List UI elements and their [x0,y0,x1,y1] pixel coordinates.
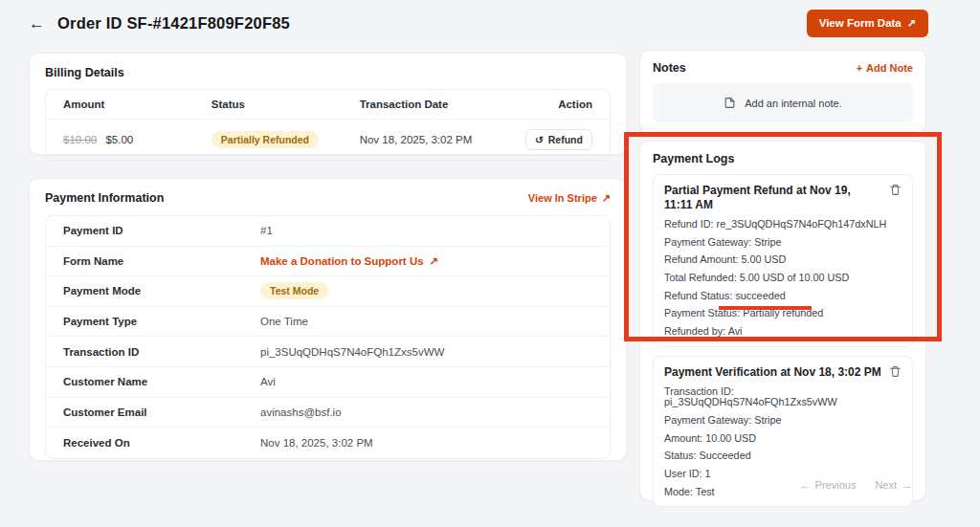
info-label: Received On [63,437,260,449]
info-row-customer-email: Customer Email avinashs@bsf.io [46,398,610,428]
action-cell: ↺ Refund [523,129,592,150]
log-entry-title: Partial Payment Refund at Nov 19, 11:11 … [664,184,881,212]
payment-information-title: Payment Information [45,191,164,205]
external-link-icon: ↗ [430,254,439,268]
arrow-left-icon: ← [800,479,811,491]
notes-title: Notes [653,61,686,75]
test-mode-badge: Test Mode [260,282,328,299]
billing-details-title: Billing Details [45,66,611,79]
previous-label: Previous [815,479,857,491]
status-cell: Partially Refunded [212,131,360,148]
log-line-payment-status: Payment Status: Partially refunded [664,308,902,319]
info-row-form-name: Form Name Make a Donation to Support Us … [46,247,610,277]
payment-information-table: Payment ID #1 Form Name Make a Donation … [45,215,611,459]
info-label: Payment Type [63,316,260,327]
logs-pagination: ← Previous Next → [800,479,912,491]
form-name-label: Make a Donation to Support Us [260,255,424,267]
refund-label: Refund [548,134,583,145]
billing-table-header: Amount Status Transaction Date Action [46,90,610,120]
delete-log-button[interactable] [889,365,902,378]
trash-icon [889,365,902,378]
info-value: Avi [260,376,276,387]
topbar: ← Order ID SF-#1421F809F20F85 View Form … [29,7,928,39]
external-link-icon: ↗ [907,17,916,30]
external-link-icon: ↗ [602,192,611,205]
payment-information-card: Payment Information View In Stripe ↗ Pay… [29,178,627,461]
info-value: Nov 18, 2025, 3:02 PM [260,437,373,449]
log-line: Amount: 10.00 USD [664,433,902,445]
log-line: Refund ID: re_3SUqQDHqS7N4oFQh147dxNLH [664,219,902,231]
add-note-label: Add Note [866,62,913,74]
form-name-link[interactable]: Make a Donation to Support Us ↗ [260,254,438,268]
column-header-amount: Amount [63,99,212,110]
log-entry-title: Payment Verification at Nov 18, 3:02 PM [664,365,881,380]
info-label: Transaction ID [63,346,260,358]
transaction-date-cell: Nov 18, 2025, 3:02 PM [360,134,523,145]
previous-page-button[interactable]: ← Previous [800,479,857,491]
column-header-transaction-date: Transaction Date [360,99,523,110]
next-page-button[interactable]: Next → [875,479,912,491]
amount-original: $10.00 [63,134,97,145]
log-line: Refund Amount: 5.00 USD [664,254,902,266]
amount-cell: $10.00 $5.00 [63,134,212,145]
column-header-status: Status [212,99,360,110]
log-line: Status: Succeeded [664,450,902,462]
info-row-payment-type: Payment Type One Time [46,307,610,338]
view-in-stripe-link[interactable]: View In Stripe ↗ [528,192,611,205]
info-value: #1 [260,225,273,236]
billing-details-card: Billing Details Amount Status Transactio… [29,53,627,155]
info-row-customer-name: Customer Name Avi [46,367,610,398]
trash-icon [889,184,902,196]
notes-card: Notes + Add Note Add an internal note. [639,50,926,134]
log-entry-details: Refund ID: re_3SUqQDHqS7N4oFQh147dxNLH P… [664,219,902,338]
info-value: avinashs@bsf.io [260,406,342,418]
log-line: Payment Gateway: Stripe [664,237,902,249]
view-form-data-label: View Form Data [819,17,902,29]
notes-header: Notes + Add Note [653,61,913,75]
note-icon [724,97,736,109]
info-label: Form Name [63,255,260,267]
arrow-right-icon: → [902,479,912,491]
log-entry-refund: Partial Payment Refund at Nov 19, 11:11 … [653,174,913,347]
log-line: User ID: 1 [664,469,902,480]
payment-information-header: Payment Information View In Stripe ↗ [45,191,611,205]
refund-button[interactable]: ↺ Refund [525,129,592,150]
info-row-received-on: Received On Nov 18, 2025, 3:02 PM [46,428,610,458]
back-button[interactable]: ← [29,15,45,32]
column-header-action: Action [523,99,592,110]
next-label: Next [875,479,897,491]
log-line: Total Refunded: 5.00 USD of 10.00 USD [664,273,902,284]
payment-logs-title: Payment Logs [653,152,913,165]
plus-icon: + [857,62,862,74]
info-row-transaction-id: Transaction ID pi_3SUqQDHqS7N4oFQh1Zxs5v… [46,337,610,367]
log-line: Refunded by: Avi [664,326,902,338]
log-line: Refund Status: succeeded [664,291,902,302]
amount-current: $5.00 [105,134,133,145]
notes-empty-state[interactable]: Add an internal note. [653,83,913,122]
log-line: Payment Gateway: Stripe [664,415,902,427]
info-row-payment-mode: Payment Mode Test Mode [46,276,610,307]
info-label: Payment ID [63,225,260,236]
payment-logs-card: Payment Logs Partial Payment Refund at N… [639,141,926,501]
back-arrow-icon: ← [29,14,45,33]
info-label: Customer Email [63,406,260,418]
notes-empty-text: Add an internal note. [745,98,842,109]
info-label: Customer Name [63,376,260,387]
info-row-payment-id: Payment ID #1 [46,216,610,247]
status-badge: Partially Refunded [212,131,319,148]
view-form-data-button[interactable]: View Form Data ↗ [807,10,928,37]
billing-table-row: $10.00 $5.00 Partially Refunded Nov 18, … [46,120,610,160]
refund-icon: ↺ [535,134,544,145]
log-line: Transaction ID: pi_3SUqQDHqS7N4oFQh1Zxs5… [664,386,902,408]
add-note-button[interactable]: + Add Note [857,62,913,74]
delete-log-button[interactable] [889,184,902,196]
info-value: pi_3SUqQDHqS7N4oFQh1Zxs5vWW [260,346,444,358]
page-title: Order ID SF-#1421F809F20F85 [57,14,290,33]
info-label: Payment Mode [63,285,260,296]
view-in-stripe-label: View In Stripe [528,192,597,204]
billing-table: Amount Status Transaction Date Action $1… [45,89,611,161]
info-value: One Time [260,316,308,327]
